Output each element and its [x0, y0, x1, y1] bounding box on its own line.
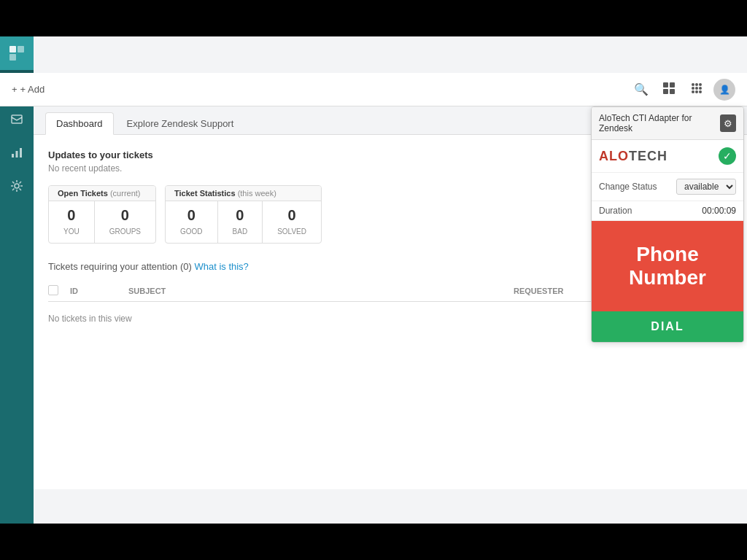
svg-point-10 [692, 90, 694, 93]
cti-duration-value: 00:00:09 [702, 206, 736, 216]
open-tickets-group: Open Tickets (current) 0 YOU 0 GROUPS [48, 185, 156, 244]
alotech-logo: ALOTECH [599, 149, 667, 164]
check-icon: ✓ [723, 150, 732, 162]
tab-dashboard[interactable]: Dashboard [45, 112, 114, 135]
stat-solved-label: SOLVED [277, 228, 306, 236]
cti-title: AloTech CTI Adapter for Zendesk [599, 113, 720, 133]
svg-rect-0 [663, 82, 668, 88]
attention-count: (0) [180, 261, 192, 272]
stat-solved-value: 0 [277, 207, 306, 224]
ticket-stats-group: Ticket Statistics (this week) 0 GOOD 0 B… [165, 185, 322, 244]
stat-bad: 0 BAD [218, 201, 263, 243]
alo-text: ALO [599, 149, 629, 163]
cti-phone-area[interactable]: Phone Number [592, 221, 743, 311]
cti-status-select[interactable]: available [676, 179, 736, 195]
search-button[interactable]: 🔍 [630, 79, 652, 101]
search-icon: 🔍 [634, 82, 649, 96]
stat-you: 0 YOU [49, 201, 95, 243]
stat-solved: 0 SOLVED [263, 201, 321, 243]
cti-connected-indicator: ✓ [719, 147, 736, 165]
sidebar-item-reports[interactable] [0, 137, 34, 171]
svg-point-11 [695, 90, 698, 93]
open-tickets-header: Open Tickets (current) [49, 186, 155, 201]
cti-header: AloTech CTI Adapter for Zendesk ⚙ [592, 107, 743, 140]
svg-point-6 [699, 83, 702, 86]
cti-gear-button[interactable]: ⚙ [720, 114, 736, 132]
sidebar-item-inbox[interactable] [0, 104, 34, 137]
svg-point-12 [699, 90, 702, 93]
svg-point-7 [692, 87, 694, 90]
svg-rect-2 [663, 89, 668, 94]
reports-icon [9, 145, 24, 163]
select-all-checkbox[interactable] [48, 285, 58, 295]
table-check-col [48, 285, 70, 297]
svg-point-4 [692, 83, 694, 86]
svg-rect-3 [670, 89, 675, 94]
ticket-stats-cells: 0 GOOD 0 BAD 0 SOLVED [166, 201, 321, 243]
svg-rect-17 [12, 154, 14, 158]
cti-status-label: Change Status [599, 182, 670, 192]
dial-button[interactable]: DIAL [592, 311, 743, 342]
settings-icon [9, 179, 24, 197]
sidebar-logo [0, 36, 34, 70]
cti-panel: AloTech CTI Adapter for Zendesk ⚙ ALOTEC… [591, 106, 744, 343]
tech-text: TECH [629, 149, 667, 163]
stat-groups-value: 0 [109, 207, 141, 224]
add-label: + Add [20, 84, 45, 95]
open-tickets-sublabel: (current) [110, 189, 141, 198]
svg-rect-15 [9, 54, 16, 61]
inbox-icon [9, 112, 24, 130]
table-id-header: ID [70, 287, 128, 295]
cti-status-row: Change Status available [592, 173, 743, 201]
stat-good: 0 GOOD [166, 201, 218, 243]
svg-rect-13 [9, 46, 16, 52]
phone-number-label: Phone Number [599, 243, 736, 289]
cti-duration-label: Duration [599, 206, 702, 216]
svg-point-8 [695, 87, 698, 90]
stat-bad-label: BAD [233, 228, 248, 236]
widget-icon [662, 82, 676, 98]
stat-groups: 0 GROUPS [95, 201, 155, 243]
grid-icon [690, 82, 703, 98]
gear-icon: ⚙ [724, 118, 732, 129]
tab-explore[interactable]: Explore Zendesk Support [117, 112, 244, 134]
ticket-stats-header: Ticket Statistics (this week) [166, 186, 321, 201]
svg-point-9 [699, 87, 702, 90]
avatar-icon: 👤 [719, 85, 730, 95]
apps-button[interactable] [686, 79, 708, 101]
cti-logo-row: ALOTECH ✓ [592, 140, 743, 173]
avatar-button[interactable]: 👤 [713, 79, 735, 101]
sidebar-item-settings[interactable] [0, 171, 34, 204]
sidebar [0, 36, 34, 524]
stat-bad-value: 0 [233, 207, 248, 224]
stat-you-value: 0 [63, 207, 80, 224]
what-is-this-link[interactable]: What is this? [194, 261, 248, 272]
svg-rect-16 [12, 115, 22, 123]
svg-rect-18 [16, 151, 18, 158]
svg-rect-14 [18, 46, 24, 52]
header-icons: 🔍 [630, 79, 735, 101]
ticket-stats-label: Ticket Statistics [174, 189, 236, 198]
open-tickets-label: Open Tickets [58, 189, 108, 198]
svg-rect-19 [20, 148, 22, 158]
open-tickets-cells: 0 YOU 0 GROUPS [49, 201, 155, 243]
attention-title: Tickets requiring your attention [48, 261, 177, 272]
svg-rect-1 [670, 82, 675, 88]
add-button[interactable]: + + Add [12, 84, 44, 95]
ticket-stats-sublabel: (this week) [238, 189, 276, 198]
table-subject-header: Subject [128, 287, 514, 295]
svg-point-20 [15, 184, 19, 188]
widget-button[interactable] [658, 79, 680, 101]
stat-good-value: 0 [180, 207, 203, 224]
stat-groups-label: GROUPS [109, 228, 141, 236]
svg-point-5 [695, 83, 698, 86]
stat-good-label: GOOD [180, 228, 203, 236]
cti-duration-row: Duration 00:00:09 [592, 201, 743, 221]
stat-you-label: YOU [63, 228, 80, 236]
add-icon: + [12, 84, 18, 95]
